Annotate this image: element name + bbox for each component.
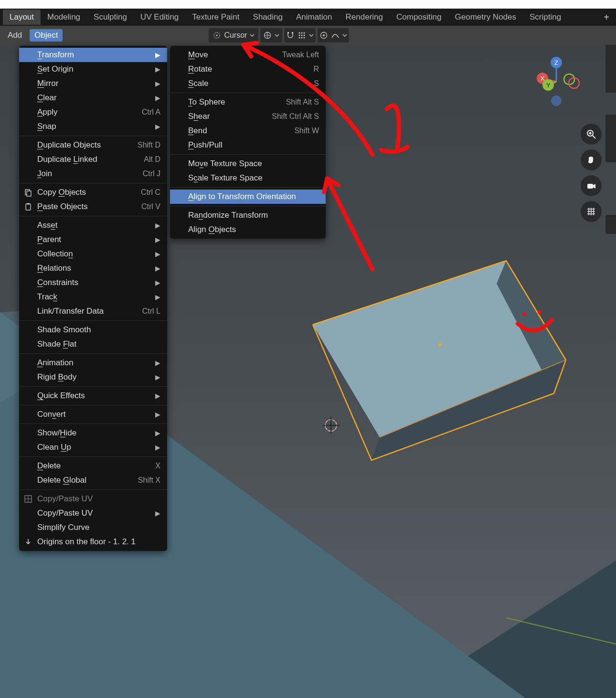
submenu-caret-icon: ▶ bbox=[155, 250, 160, 258]
workspace-tab-modeling[interactable]: Modeling bbox=[41, 10, 87, 25]
svg-rect-47 bbox=[27, 203, 30, 205]
transform-submenu-item-randomize-transform[interactable]: Randomize Transform bbox=[170, 208, 326, 222]
workspace-tab-animation[interactable]: Animation bbox=[289, 10, 339, 25]
svg-point-10 bbox=[304, 35, 305, 36]
object-menu-item-shortcut: Ctrl V bbox=[141, 202, 160, 211]
transform-submenu-item-push-pull[interactable]: Push/Pull bbox=[170, 138, 326, 152]
workspace-tab-sculpting[interactable]: Sculpting bbox=[87, 10, 134, 25]
transform-submenu-item-scale-texture-space[interactable]: Scale Texture Space bbox=[170, 171, 326, 185]
svg-marker-43 bbox=[593, 184, 595, 189]
pan-button[interactable] bbox=[581, 149, 602, 170]
menu-object[interactable]: Object bbox=[30, 29, 63, 42]
navigation-gizmo[interactable]: Z X Y bbox=[530, 55, 583, 108]
object-menu-item-origins-on-the-floor-1-2-1[interactable]: Origins on the floor - 1. 2. 1 bbox=[19, 535, 167, 549]
object-menu-item-quick-effects[interactable]: Quick Effects▶ bbox=[19, 389, 167, 403]
transform-submenu-item-scale[interactable]: ScaleS bbox=[170, 76, 326, 91]
submenu-caret-icon: ▶ bbox=[155, 509, 160, 517]
object-menu-item-label: Transform bbox=[37, 50, 74, 60]
object-menu-item-label: Clean Up bbox=[37, 443, 71, 452]
object-menu-item-shade-flat[interactable]: Shade Flat bbox=[19, 337, 167, 351]
submenu-caret-icon: ▶ bbox=[155, 236, 160, 243]
transform-submenu-item-shortcut: Tweak Left bbox=[282, 51, 319, 59]
sidebar-toggle-extra[interactable] bbox=[605, 215, 616, 234]
transform-submenu-item-bend[interactable]: BendShift W bbox=[170, 124, 326, 138]
snap-group[interactable] bbox=[284, 28, 316, 42]
transform-submenu-item-move[interactable]: MoveTweak Left bbox=[170, 48, 326, 62]
svg-rect-45 bbox=[27, 191, 31, 196]
object-menu-item-snap[interactable]: Snap▶ bbox=[19, 119, 167, 134]
workspace-tab-geometry-nodes[interactable]: Geometry Nodes bbox=[448, 10, 523, 25]
object-menu-item-duplicate-objects[interactable]: Duplicate ObjectsShift D bbox=[19, 138, 167, 152]
submenu-caret-icon: ▶ bbox=[155, 123, 160, 130]
perspective-toggle-button[interactable] bbox=[581, 201, 602, 222]
object-menu-item-simplify-curve[interactable]: Simplify Curve bbox=[19, 520, 167, 535]
object-menu-item-parent[interactable]: Parent▶ bbox=[19, 233, 167, 247]
transform-orientation-dropdown[interactable] bbox=[260, 28, 282, 42]
object-menu-item-relations[interactable]: Relations▶ bbox=[19, 261, 167, 275]
object-menu-item-shade-smooth[interactable]: Shade Smooth bbox=[19, 323, 167, 337]
transform-submenu-item-align-objects[interactable]: Align Objects bbox=[170, 222, 326, 237]
object-menu-item-separator bbox=[19, 423, 167, 424]
svg-line-39 bbox=[593, 136, 595, 138]
object-menu-item-copy-objects[interactable]: Copy ObjectsCtrl C bbox=[19, 185, 167, 200]
transform-submenu-item-rotate[interactable]: RotateR bbox=[170, 62, 326, 76]
camera-view-button[interactable] bbox=[581, 175, 602, 196]
object-menu-item-convert[interactable]: Convert▶ bbox=[19, 407, 167, 422]
object-menu-item-label: Join bbox=[37, 169, 52, 179]
workspace-tab-layout[interactable]: Layout bbox=[3, 10, 41, 25]
object-menu-item-show-hide[interactable]: Show/Hide▶ bbox=[19, 426, 167, 440]
object-menu-item-clear[interactable]: Clear▶ bbox=[19, 91, 167, 105]
object-menu-item-join[interactable]: JoinCtrl J bbox=[19, 167, 167, 181]
transform-submenu-item-separator bbox=[170, 187, 326, 188]
transform-submenu-item-label: Rotate bbox=[188, 64, 212, 74]
sidebar-toggle-t[interactable] bbox=[605, 115, 616, 162]
object-menu-item-collection[interactable]: Collection▶ bbox=[19, 247, 167, 261]
svg-point-37 bbox=[551, 95, 562, 106]
object-menu-item-track[interactable]: Track▶ bbox=[19, 290, 167, 304]
workspace-tab-shading[interactable]: Shading bbox=[246, 10, 289, 25]
transform-submenu-item-align-to-transform-orientation[interactable]: Align to Transform Orientation bbox=[170, 190, 326, 204]
object-menu-item-separator bbox=[19, 456, 167, 457]
selected-cube[interactable] bbox=[313, 261, 566, 460]
object-menu-item-clean-up[interactable]: Clean Up▶ bbox=[19, 440, 167, 455]
object-menu-item-apply[interactable]: ApplyCtrl A bbox=[19, 105, 167, 119]
workspace-tab-texture-paint[interactable]: Texture Paint bbox=[185, 10, 246, 25]
object-menu-item-shortcut: Ctrl A bbox=[142, 108, 160, 116]
object-menu-item-label: Clear bbox=[37, 93, 57, 103]
object-menu-item-transform[interactable]: Transform▶ bbox=[19, 48, 167, 62]
proportional-edit-group[interactable] bbox=[318, 28, 349, 42]
menu-add[interactable]: Add bbox=[3, 29, 27, 42]
workspace-tab-uv-editing[interactable]: UV Editing bbox=[134, 10, 185, 25]
object-menu-item-set-origin[interactable]: Set Origin▶ bbox=[19, 62, 167, 76]
object-menu-item-constraints[interactable]: Constraints▶ bbox=[19, 275, 167, 290]
object-menu-item-asset[interactable]: Asset▶ bbox=[19, 218, 167, 233]
sidebar-toggle-n[interactable] bbox=[605, 45, 616, 93]
object-menu-item-shortcut: Ctrl C bbox=[141, 188, 160, 197]
object-menu-item-label: Parent bbox=[37, 235, 61, 244]
object-menu-item-animation[interactable]: Animation▶ bbox=[19, 356, 167, 370]
object-menu-item-paste-objects[interactable]: Paste ObjectsCtrl V bbox=[19, 200, 167, 214]
add-workspace-button[interactable]: + bbox=[600, 11, 613, 24]
object-menu-item-delete-global[interactable]: Delete GlobalShift X bbox=[19, 473, 167, 487]
workspace-tab-compositing[interactable]: Compositing bbox=[390, 10, 448, 25]
object-menu-item-copy-paste-uv: Copy/Paste UV bbox=[19, 492, 167, 506]
object-menu-item-separator bbox=[19, 489, 167, 490]
object-menu-item-delete[interactable]: DeleteX bbox=[19, 459, 167, 473]
object-menu-item-duplicate-linked[interactable]: Duplicate LinkedAlt D bbox=[19, 152, 167, 167]
zoom-button[interactable] bbox=[581, 124, 602, 145]
object-menu-item-mirror[interactable]: Mirror▶ bbox=[19, 76, 167, 91]
chevron-down-icon bbox=[275, 33, 279, 38]
submenu-caret-icon: ▶ bbox=[155, 429, 160, 437]
transform-submenu-item-shear[interactable]: ShearShift Ctrl Alt S bbox=[170, 109, 326, 124]
object-menu-item-copy-paste-uv[interactable]: Copy/Paste UV▶ bbox=[19, 506, 167, 520]
svg-point-1 bbox=[216, 34, 218, 36]
pivot-point-dropdown[interactable]: Cursor bbox=[209, 28, 258, 42]
workspace-tab-rendering[interactable]: Rendering bbox=[339, 10, 390, 25]
transform-submenu-item-move-texture-space[interactable]: Move Texture Space bbox=[170, 157, 326, 171]
transform-submenu-item-to-sphere[interactable]: To SphereShift Alt S bbox=[170, 95, 326, 109]
svg-rect-3 bbox=[287, 32, 289, 33]
submenu-caret-icon: ▶ bbox=[155, 411, 160, 418]
object-menu-item-rigid-body[interactable]: Rigid Body▶ bbox=[19, 370, 167, 384]
object-menu-item-link-transfer-data[interactable]: Link/Transfer DataCtrl L bbox=[19, 304, 167, 318]
workspace-tab-scripting[interactable]: Scripting bbox=[523, 10, 568, 25]
